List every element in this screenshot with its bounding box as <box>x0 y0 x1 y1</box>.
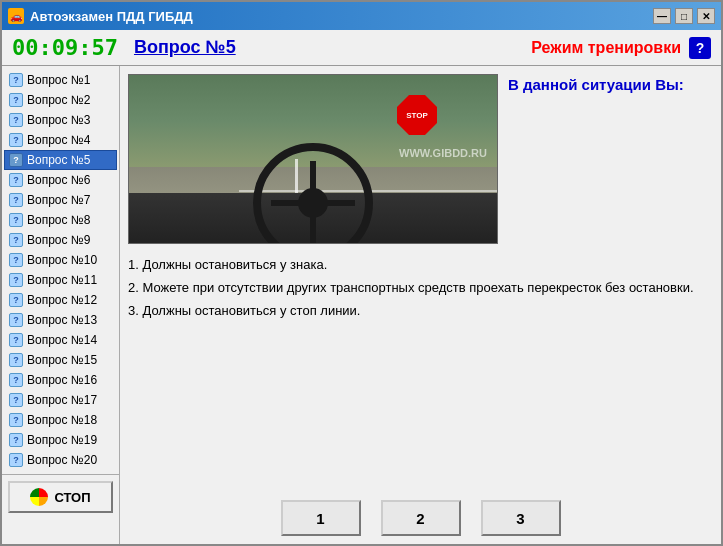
sidebar-label-5: Вопрос №5 <box>27 153 90 167</box>
sidebar-label-4: Вопрос №4 <box>27 133 90 147</box>
question-icon-5: ? <box>9 153 23 167</box>
sidebar-item-5[interactable]: ?Вопрос №5 <box>4 150 117 170</box>
close-button[interactable]: ✕ <box>697 8 715 24</box>
question-icon-2: ? <box>9 93 23 107</box>
sidebar-bottom: СТОП <box>2 474 119 519</box>
sidebar-label-3: Вопрос №3 <box>27 113 90 127</box>
sidebar-item-11[interactable]: ?Вопрос №11 <box>4 270 117 290</box>
question-icon-10: ? <box>9 253 23 267</box>
toolbar: 00:09:57 Вопрос №5 Режим тренировки ? <box>2 30 721 66</box>
answer-buttons: 123 <box>128 492 713 536</box>
question-icon-11: ? <box>9 273 23 287</box>
stop-button[interactable]: СТОП <box>8 481 113 513</box>
answer-item-2: 2. Можете при отсутствии других транспор… <box>128 277 713 300</box>
sidebar-item-2[interactable]: ?Вопрос №2 <box>4 90 117 110</box>
spoke-v <box>310 161 316 244</box>
answer-item-1: 1. Должны остановиться у знака. <box>128 254 713 277</box>
sidebar-item-15[interactable]: ?Вопрос №15 <box>4 350 117 370</box>
question-icon-1: ? <box>9 73 23 87</box>
question-icon-13: ? <box>9 313 23 327</box>
timer-display: 00:09:57 <box>12 35 118 60</box>
sidebar-item-4[interactable]: ?Вопрос №4 <box>4 130 117 150</box>
sidebar-item-19[interactable]: ?Вопрос №19 <box>4 430 117 450</box>
sidebar-label-9: Вопрос №9 <box>27 233 90 247</box>
sidebar-item-3[interactable]: ?Вопрос №3 <box>4 110 117 130</box>
sidebar-item-18[interactable]: ?Вопрос №18 <box>4 410 117 430</box>
sidebar-item-8[interactable]: ?Вопрос №8 <box>4 210 117 230</box>
sidebar-label-12: Вопрос №12 <box>27 293 97 307</box>
question-icon-19: ? <box>9 433 23 447</box>
sidebar-item-7[interactable]: ?Вопрос №7 <box>4 190 117 210</box>
question-icon-18: ? <box>9 413 23 427</box>
mode-label: Режим тренировки <box>531 39 681 57</box>
answer-button-2[interactable]: 2 <box>381 500 461 536</box>
help-button[interactable]: ? <box>689 37 711 59</box>
question-icon-17: ? <box>9 393 23 407</box>
road-scene: STOP WWW.GIBDD.RU <box>129 75 497 243</box>
window-controls: — □ ✕ <box>653 8 715 24</box>
sidebar-label-10: Вопрос №10 <box>27 253 97 267</box>
sidebar-label-17: Вопрос №17 <box>27 393 97 407</box>
maximize-button[interactable]: □ <box>675 8 693 24</box>
minimize-button[interactable]: — <box>653 8 671 24</box>
sidebar-label-15: Вопрос №15 <box>27 353 97 367</box>
sidebar-item-16[interactable]: ?Вопрос №16 <box>4 370 117 390</box>
sidebar-label-6: Вопрос №6 <box>27 173 90 187</box>
sidebar-label-1: Вопрос №1 <box>27 73 90 87</box>
stop-icon <box>30 488 48 506</box>
stop-sign: STOP <box>397 95 437 135</box>
question-image: STOP WWW.GIBDD.RU <box>128 74 498 244</box>
question-icon-14: ? <box>9 333 23 347</box>
watermark: WWW.GIBDD.RU <box>399 147 487 159</box>
sidebar-item-12[interactable]: ?Вопрос №12 <box>4 290 117 310</box>
stop-sign-octagon: STOP <box>397 95 437 135</box>
answer-item-3: 3. Должны остановиться у стоп линии. <box>128 300 713 323</box>
question-icon-7: ? <box>9 193 23 207</box>
sidebar-label-14: Вопрос №14 <box>27 333 97 347</box>
sidebar-label-2: Вопрос №2 <box>27 93 90 107</box>
main-area: ?Вопрос №1?Вопрос №2?Вопрос №3?Вопрос №4… <box>2 66 721 544</box>
sidebar-label-13: Вопрос №13 <box>27 313 97 327</box>
sidebar-label-19: Вопрос №19 <box>27 433 97 447</box>
question-icon-9: ? <box>9 233 23 247</box>
sidebar-label-11: Вопрос №11 <box>27 273 97 287</box>
stop-label: СТОП <box>54 490 90 505</box>
title-bar: 🚗 Автоэкзамен ПДД ГИБДД — □ ✕ <box>2 2 721 30</box>
answer-button-3[interactable]: 3 <box>481 500 561 536</box>
answer-button-1[interactable]: 1 <box>281 500 361 536</box>
sidebar-label-8: Вопрос №8 <box>27 213 90 227</box>
sidebar-item-6[interactable]: ?Вопрос №6 <box>4 170 117 190</box>
content-top: STOP WWW.GIBDD.RU В данной ситуации Вы: <box>128 74 713 244</box>
question-icon-3: ? <box>9 113 23 127</box>
question-icon-8: ? <box>9 213 23 227</box>
sidebar-item-1[interactable]: ?Вопрос №1 <box>4 70 117 90</box>
sidebar-item-13[interactable]: ?Вопрос №13 <box>4 310 117 330</box>
window-title: Автоэкзамен ПДД ГИБДД <box>30 9 653 24</box>
question-header: В данной ситуации Вы: <box>508 74 713 95</box>
sidebar-label-18: Вопрос №18 <box>27 413 97 427</box>
question-icon-12: ? <box>9 293 23 307</box>
sidebar-label-20: Вопрос №20 <box>27 453 97 467</box>
question-icon-20: ? <box>9 453 23 467</box>
answers-section: 1. Должны остановиться у знака.2. Можете… <box>128 254 713 322</box>
sidebar-item-14[interactable]: ?Вопрос №14 <box>4 330 117 350</box>
sidebar-panel: ?Вопрос №1?Вопрос №2?Вопрос №3?Вопрос №4… <box>2 66 120 544</box>
question-icon-16: ? <box>9 373 23 387</box>
app-icon: 🚗 <box>8 8 24 24</box>
content-area: STOP WWW.GIBDD.RU В данной ситуации Вы: … <box>120 66 721 544</box>
sidebar-item-17[interactable]: ?Вопрос №17 <box>4 390 117 410</box>
main-window: 🚗 Автоэкзамен ПДД ГИБДД — □ ✕ 00:09:57 В… <box>0 0 723 546</box>
sidebar-item-9[interactable]: ?Вопрос №9 <box>4 230 117 250</box>
question-icon-4: ? <box>9 133 23 147</box>
sidebar-label-16: Вопрос №16 <box>27 373 97 387</box>
question-icon-15: ? <box>9 353 23 367</box>
sidebar-label-7: Вопрос №7 <box>27 193 90 207</box>
sidebar-list: ?Вопрос №1?Вопрос №2?Вопрос №3?Вопрос №4… <box>2 66 120 474</box>
sidebar-item-10[interactable]: ?Вопрос №10 <box>4 250 117 270</box>
question-title: Вопрос №5 <box>134 37 531 58</box>
question-icon-6: ? <box>9 173 23 187</box>
sidebar-item-20[interactable]: ?Вопрос №20 <box>4 450 117 470</box>
question-header-area: В данной ситуации Вы: <box>508 74 713 244</box>
